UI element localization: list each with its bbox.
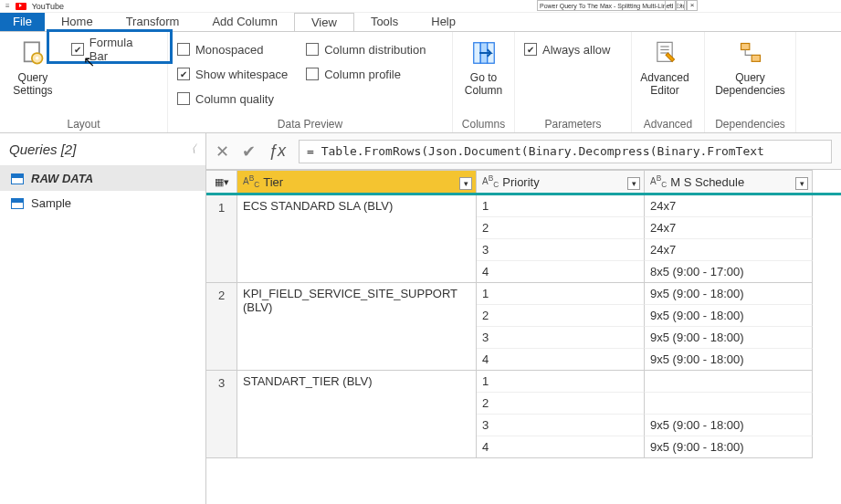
fx-icon: ƒx — [268, 142, 286, 161]
formula-input[interactable]: = Table.FromRows(Json.Document(Binary.De… — [299, 140, 832, 163]
table-row: 1ECS STANDARD SLA (BLV)124x7224x7324x748… — [206, 195, 841, 283]
gear-icon — [18, 38, 47, 68]
cell-schedule[interactable]: 9x5 (9:00 - 18:00) — [645, 415, 813, 436]
show-whitespace-checkbox[interactable]: Show whitespace — [177, 63, 288, 85]
column-profile-checkbox[interactable]: Column profile — [306, 63, 426, 85]
browser-topline: ≡ YouTube — [0, 0, 841, 13]
formula-bar-checkbox[interactable]: Formula Bar — [71, 38, 154, 60]
go-to-column-button[interactable]: Go to Column — [458, 35, 509, 99]
row-index[interactable]: 2 — [206, 283, 237, 371]
type-icon: ABC — [482, 173, 499, 189]
column-name: M S Schedule — [670, 175, 744, 189]
browser-title-box: Power Query To The Max - Splitting Multi… — [537, 0, 685, 11]
cell-priority[interactable]: 2 — [477, 393, 645, 415]
youtube-icon — [16, 3, 26, 10]
column-name: Priority — [502, 175, 539, 189]
cancel-formula-icon[interactable]: ✕ — [216, 142, 229, 162]
cell-schedule[interactable] — [645, 393, 813, 415]
checkbox-icon — [177, 68, 190, 80]
cell-schedule[interactable]: 24x7 — [645, 195, 813, 217]
checkbox-icon — [177, 92, 190, 105]
queries-panel: Queries [2] 〈 RAW DATASample — [0, 133, 206, 504]
query-settings-button[interactable]: Query Settings — [5, 35, 60, 99]
ribbon-tabs: File HomeTransformAdd ColumnViewToolsHel… — [0, 13, 841, 31]
cell-tier[interactable]: STANDART_TIER (BLV) — [237, 371, 477, 458]
always-allow-checkbox[interactable]: Always allow — [524, 38, 610, 60]
monospaced-checkbox[interactable]: Monospaced — [177, 38, 288, 60]
column-header[interactable]: ABCPriority▾ — [477, 170, 645, 193]
row-index[interactable]: 1 — [206, 195, 237, 283]
cell-priority[interactable]: 1 — [477, 283, 645, 305]
table-row: 2KPI_FIELD_SERVICE_SITE_SUPPORT (BLV)19x… — [206, 283, 841, 371]
chevron-left-icon[interactable]: 〈 — [185, 142, 196, 157]
column-name: Tier — [263, 175, 283, 189]
tab-home[interactable]: Home — [45, 13, 110, 31]
advanced-editor-button[interactable]: Advanced Editor — [637, 35, 692, 99]
dependencies-icon — [736, 38, 765, 68]
tab-add-column[interactable]: Add Column — [195, 13, 294, 31]
column-arrow-icon — [469, 38, 499, 68]
tab-view[interactable]: View — [294, 13, 354, 31]
svg-rect-10 — [741, 44, 749, 50]
cell-priority[interactable]: 1 — [477, 371, 645, 393]
title-next[interactable]: › — [676, 0, 687, 11]
youtube-label: YouTube — [32, 2, 64, 11]
cell-schedule[interactable]: 9x5 (9:00 - 18:00) — [645, 283, 813, 305]
cell-priority[interactable]: 3 — [477, 415, 645, 436]
table-icon: ▦▾ — [215, 176, 229, 188]
checkbox-icon — [306, 43, 319, 56]
table-corner-icon[interactable]: ▦▾ — [206, 170, 237, 193]
row-index[interactable]: 3 — [206, 371, 237, 458]
column-distribution-checkbox[interactable]: Column distribution — [306, 38, 426, 60]
column-dropdown-icon[interactable]: ▾ — [627, 177, 640, 190]
tab-file[interactable]: File — [0, 13, 45, 31]
checkbox-icon — [177, 43, 190, 56]
queries-panel-header[interactable]: Queries [2] 〈 — [0, 133, 205, 166]
column-header[interactable]: ABCM S Schedule▾ — [645, 170, 813, 193]
query-item-label: Sample — [31, 196, 71, 210]
cell-priority[interactable]: 3 — [477, 327, 645, 349]
column-header[interactable]: ABCTier▾ — [237, 170, 477, 193]
cell-schedule[interactable]: 9x5 (9:00 - 18:00) — [645, 436, 813, 458]
tab-tools[interactable]: Tools — [354, 13, 415, 31]
cell-tier[interactable]: KPI_FIELD_SERVICE_SITE_SUPPORT (BLV) — [237, 283, 477, 371]
checkbox-icon — [71, 43, 84, 56]
cell-priority[interactable]: 3 — [477, 239, 645, 261]
formula-bar: ✕ ✔ ƒx = Table.FromRows(Json.Document(Bi… — [206, 133, 841, 170]
cell-priority[interactable]: 2 — [477, 217, 645, 239]
cell-schedule[interactable]: 9x5 (9:00 - 18:00) — [645, 349, 813, 371]
cell-priority[interactable]: 2 — [477, 305, 645, 327]
commit-formula-icon[interactable]: ✔ — [242, 142, 256, 162]
query-item[interactable]: RAW DATA — [0, 166, 205, 191]
query-item[interactable]: Sample — [0, 191, 205, 215]
cell-tier[interactable]: ECS STANDARD SLA (BLV) — [237, 195, 477, 283]
tab-transform[interactable]: Transform — [110, 13, 196, 31]
grid-header: ▦▾ ABCTier▾ABCPriority▾ABCM S Schedule▾ — [206, 170, 841, 195]
checkbox-icon — [306, 68, 319, 80]
cell-schedule[interactable]: 8x5 (9:00 - 17:00) — [645, 261, 813, 283]
cell-priority[interactable]: 4 — [477, 436, 645, 458]
editor-icon — [650, 38, 679, 68]
ribbon: Query Settings Formula Bar Layout Monosp… — [0, 31, 841, 133]
svg-rect-11 — [752, 55, 760, 61]
title-prev[interactable]: ‹ — [665, 0, 676, 11]
cell-schedule[interactable]: 24x7 — [645, 239, 813, 261]
cell-priority[interactable]: 1 — [477, 195, 645, 217]
column-dropdown-icon[interactable]: ▾ — [795, 177, 808, 190]
cell-priority[interactable]: 4 — [477, 261, 645, 283]
cell-schedule[interactable] — [645, 371, 813, 393]
title-close[interactable]: × — [687, 0, 698, 11]
table-row: 3STANDART_TIER (BLV)1239x5 (9:00 - 18:00… — [206, 371, 841, 458]
type-icon: ABC — [650, 173, 667, 189]
grid-body: 1ECS STANDARD SLA (BLV)124x7224x7324x748… — [206, 195, 841, 458]
tab-help[interactable]: Help — [415, 13, 472, 31]
column-dropdown-icon[interactable]: ▾ — [459, 177, 472, 190]
cell-priority[interactable]: 4 — [477, 349, 645, 371]
cell-schedule[interactable]: 9x5 (9:00 - 18:00) — [645, 327, 813, 349]
query-dependencies-button[interactable]: Query Dependencies — [710, 35, 790, 99]
column-quality-checkbox[interactable]: Column quality — [177, 88, 288, 110]
query-item-label: RAW DATA — [31, 172, 93, 185]
cell-schedule[interactable]: 9x5 (9:00 - 18:00) — [645, 305, 813, 327]
cell-schedule[interactable]: 24x7 — [645, 217, 813, 239]
table-icon — [11, 198, 24, 209]
